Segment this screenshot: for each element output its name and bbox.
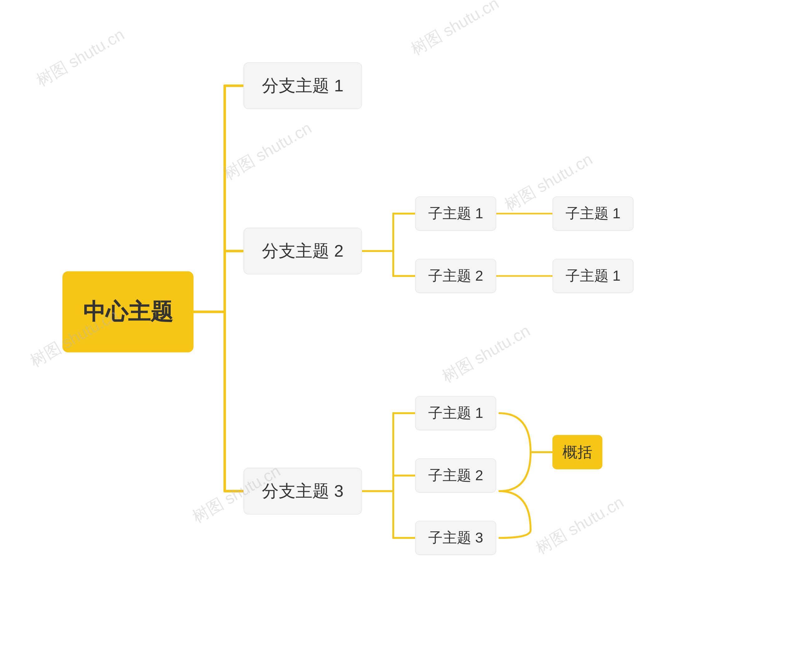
summary-label: 概括 [562,442,592,462]
sub-node-b3-3[interactable]: 子主题 3 [415,521,496,555]
sub-node-b2-1[interactable]: 子主题 1 [415,197,496,231]
sub-b3-3-label: 子主题 3 [428,528,483,547]
subsub-node-s1[interactable]: 子主题 1 [552,197,634,231]
subsub-s2-label: 子主题 1 [566,266,621,286]
branch-1-label: 分支主题 1 [262,75,343,97]
branch-node-3[interactable]: 分支主题 3 [244,468,362,515]
sub-node-b3-2[interactable]: 子主题 2 [415,458,496,493]
sub-node-b2-2[interactable]: 子主题 2 [415,259,496,293]
branch-3-label: 分支主题 3 [262,480,343,503]
summary-node[interactable]: 概括 [552,435,602,469]
sub-b3-2-label: 子主题 2 [428,466,483,485]
center-node-label: 中心主题 [83,297,173,327]
center-node[interactable]: 中心主题 [63,271,194,352]
sub-b2-2-label: 子主题 2 [428,266,483,286]
sub-node-b3-1[interactable]: 子主题 1 [415,396,496,430]
branch-node-1[interactable]: 分支主题 1 [244,62,362,109]
sub-b3-1-label: 子主题 1 [428,403,483,423]
branch-node-2[interactable]: 分支主题 2 [244,228,362,274]
mind-map: 树图 shutu.cn 树图 shutu.cn 树图 shutu.cn 树图 s… [0,0,799,672]
sub-b2-1-label: 子主题 1 [428,204,483,223]
subsub-s1-label: 子主题 1 [566,204,621,223]
branch-2-label: 分支主题 2 [262,240,343,262]
subsub-node-s2[interactable]: 子主题 1 [552,259,634,293]
